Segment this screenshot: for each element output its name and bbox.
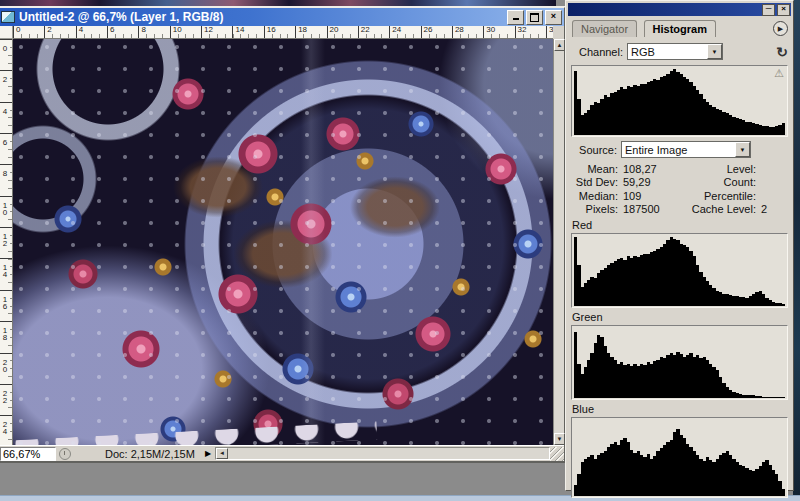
stat-label: Pixels:	[571, 203, 623, 215]
status-menu-arrow-icon[interactable]: ▶	[205, 449, 211, 458]
rgb-histogram-bars	[574, 69, 785, 135]
tab-navigator[interactable]: Navigator	[572, 20, 637, 37]
zoom-level-input[interactable]	[0, 447, 56, 461]
green-histogram-bars	[574, 329, 785, 398]
red-histogram-bars	[574, 237, 785, 306]
horizontal-scrollbar[interactable]: ◄	[215, 447, 550, 460]
channel-value: RGB	[628, 46, 707, 58]
stat-label: Std Dev:	[571, 176, 623, 188]
maximize-button[interactable]	[526, 10, 543, 25]
window-controls: ×	[507, 10, 562, 25]
clock-icon[interactable]	[59, 448, 71, 460]
stat-value: 109	[623, 190, 687, 202]
stat-label: Mean:	[571, 163, 623, 175]
source-row: Source: Entire Image ▼	[571, 141, 788, 158]
document-icon	[1, 11, 15, 23]
scroll-down-icon[interactable]: ▼	[554, 433, 565, 445]
resize-grip[interactable]	[550, 447, 564, 461]
rgb-histogram: ⚠	[571, 65, 788, 137]
stat-value: 59,29	[623, 176, 687, 188]
channel-label: Channel:	[571, 46, 623, 58]
stat-label: Level:	[687, 163, 761, 175]
palette-minimize-button[interactable]: ─	[762, 4, 775, 16]
channel-select[interactable]: RGB ▼	[627, 43, 723, 60]
document-titlebar[interactable]: Untitled-2 @ 66,7% (Layer 1, RGB/8) ×	[0, 8, 564, 26]
ruler-corner[interactable]	[0, 26, 13, 39]
chevron-down-icon[interactable]: ▼	[735, 142, 750, 157]
document-title: Untitled-2 @ 66,7% (Layer 1, RGB/8)	[19, 10, 503, 24]
stat-label: Count:	[687, 176, 761, 188]
stat-label: Percentile:	[687, 190, 761, 202]
scroll-left-icon[interactable]: ◄	[216, 448, 228, 459]
stat-value: 187500	[623, 203, 687, 215]
status-bar: Doc: 2,15M/2,15M ▶ ◄	[0, 445, 564, 461]
tab-histogram[interactable]: Histogram	[644, 20, 716, 37]
stat-label: Cache Level:	[687, 203, 761, 215]
minimize-button[interactable]	[507, 10, 524, 25]
source-value: Entire Image	[622, 144, 735, 156]
red-channel-label: Red	[572, 219, 788, 231]
maximize-icon	[530, 13, 539, 22]
palette-titlebar[interactable]: ─ ×	[568, 3, 791, 16]
vertical-ruler[interactable]: 024681 01 21 41 61 82 02 22 42 6	[0, 39, 13, 445]
channel-row: Channel: RGB ▼ ↻	[571, 43, 788, 60]
vertical-scrollbar[interactable]: ▲ ▼	[553, 39, 564, 445]
source-label: Source:	[571, 144, 617, 156]
horizontal-ruler[interactable]: 0246810121416182022242628303234	[13, 26, 553, 39]
source-select[interactable]: Entire Image ▼	[621, 141, 751, 158]
lace-border-graphic	[13, 421, 377, 445]
blue-histogram-bars	[574, 421, 785, 496]
green-channel-label: Green	[572, 311, 788, 323]
doc-size-text: Doc: 2,15M/2,15M	[105, 448, 195, 460]
document-window: Untitled-2 @ 66,7% (Layer 1, RGB/8) × 02…	[0, 6, 566, 463]
palette-tabs: Navigator Histogram ▶	[566, 16, 793, 37]
stat-value: 2	[761, 203, 788, 215]
canvas-image[interactable]	[13, 39, 553, 445]
scroll-up-icon[interactable]: ▲	[554, 39, 565, 51]
palette-menu-icon[interactable]: ▶	[773, 21, 788, 36]
blue-channel-label: Blue	[572, 403, 788, 415]
desktop-background	[793, 0, 800, 497]
chevron-down-icon[interactable]: ▼	[707, 44, 722, 59]
close-button[interactable]: ×	[545, 10, 562, 25]
blue-histogram	[571, 417, 788, 498]
photoshop-workspace: Untitled-2 @ 66,7% (Layer 1, RGB/8) × 02…	[0, 0, 800, 501]
minimize-icon	[513, 11, 519, 20]
statistics: Mean: 108,27 Level: Std Dev: 59,29 Count…	[571, 162, 788, 216]
red-histogram	[571, 233, 788, 308]
palette-close-button[interactable]: ×	[777, 4, 790, 16]
histogram-palette: ─ × Navigator Histogram ▶ Channel: RGB ▼…	[565, 0, 794, 491]
green-histogram	[571, 325, 788, 400]
palette-body: Channel: RGB ▼ ↻ ⚠ Source: Entire Image …	[566, 37, 793, 498]
stat-label: Median:	[571, 190, 623, 202]
stat-value: 108,27	[623, 163, 687, 175]
refresh-icon[interactable]: ↻	[776, 45, 788, 59]
